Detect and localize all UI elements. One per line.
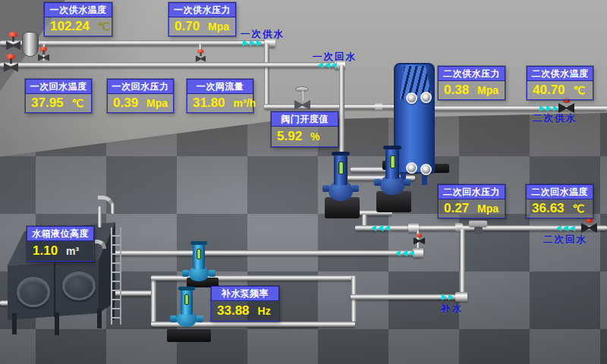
tank-ladder [111,228,121,325]
instrument-secondary-supply-temp: 二次供水温度 40.70℃ [527,66,593,100]
instrument-secondary-return-temp: 二次回水温度 36.63℃ [526,184,593,218]
instrument-label: 二次供水压力 [438,66,505,81]
instrument-primary-return-pressure: 一次回水压力 0.39Mpa [107,79,174,113]
instrument-value: 33.88Hz [211,301,279,322]
makeup-pump-2[interactable] [171,288,202,335]
instrument-value: 5.92% [271,127,338,147]
bypass-valve[interactable] [38,47,50,61]
instrument-value: 102.24℃ [44,17,112,36]
instrument-value: 0.27Mpa [438,199,505,218]
pipe-tank-outlet [106,250,419,256]
strainer-filter [22,32,39,57]
instrument-label: 一次网流量 [187,79,253,94]
instrument-makeup-pump-frequency: 补水泵频率 33.88Hz [211,286,279,322]
makeup-pump-1[interactable] [184,243,214,290]
shutoff-valve-primary-supply[interactable] [6,33,21,51]
flow-arrows-makeup [442,294,454,300]
pipe-label-secondary-supply: 二次供水 [533,112,577,125]
instrument-secondary-supply-pressure: 二次供水压力 0.38Mpa [438,66,505,100]
valve-secondary-return[interactable] [581,218,598,234]
pipe-flange [455,292,467,302]
pipe-label-primary-return: 一次回水 [313,51,357,64]
instrument-valve-opening: 阀门开度值 5.92% [271,111,338,147]
instrument-primary-network-flow: 一次网流量 31.80m³/h [187,79,253,113]
instrument-label: 二次回水温度 [526,184,593,199]
circulation-pump-1[interactable] [323,153,360,221]
instrument-value: 36.63℃ [526,199,593,218]
flow-arrows-secondary-return-2 [371,225,390,231]
instrument-value: 31.80m³/h [187,94,253,113]
instrument-label: 一次供水压力 [168,2,236,17]
pipe-union [375,102,382,111]
instrument-primary-supply-pressure: 一次供水压力 0.70Mpa [168,2,236,36]
instrument-label: 二次回水压力 [438,184,505,199]
instrument-value: 1.10m³ [27,241,94,262]
instrument-label: 阀门开度值 [271,111,338,127]
flow-arrows-tank-line [395,250,414,256]
instrument-primary-return-temp: 一次回水温度 37.95℃ [25,79,92,113]
instrument-value: 0.39Mpa [107,94,174,113]
tank-inlet-stub [98,206,102,228]
drain-valve[interactable] [196,50,206,63]
instrument-label: 一次回水温度 [25,79,92,94]
inline-fitting [469,221,487,228]
valve-tee-drop[interactable] [414,234,426,246]
flow-arrows-secondary-return [556,225,575,231]
pipe-primary-supply [0,40,272,46]
instrument-label: 补水泵频率 [211,286,279,301]
pipe-primary-return [0,62,340,67]
pipe-label-secondary-return: 二次回水 [543,234,587,246]
hx-port-secondary-out [420,92,432,103]
hx-port-primary-in [406,93,417,104]
pipe-label-primary-supply: 一次供水 [241,28,285,41]
tank-manhole [62,271,96,300]
instrument-tank-level: 水箱液位高度 1.10m³ [27,226,94,262]
pipe-pump-manifold-left [151,276,156,325]
instrument-label: 一次回水压力 [107,79,174,94]
control-valve-primary[interactable] [294,86,312,111]
instrument-value: 37.95℃ [25,94,92,113]
pipe-makeup-riser [460,229,465,296]
pipe-secondary-supply [429,105,607,111]
pipe-flange [413,248,423,258]
shutoff-valve-primary-return[interactable] [4,55,19,73]
instrument-value: 0.70Mpa [168,17,236,36]
instrument-value: 40.70℃ [527,81,593,100]
instrument-label: 水箱液位高度 [27,226,94,241]
circulation-pump-2[interactable] [375,149,411,217]
instrument-secondary-return-pressure: 二次回水压力 0.27Mpa [438,184,505,218]
instrument-label: 二次供水温度 [527,66,593,81]
instrument-value: 0.38Mpa [438,81,505,100]
hmi-heat-exchange-station: 一次供水 一次回水 二次供水 二次回水 补水 一次供水温度 102.24℃ 一次… [0,0,607,364]
instrument-label: 一次供水温度 [44,2,112,17]
instrument-primary-supply-temp: 一次供水温度 102.24℃ [44,2,112,36]
flow-arrows-secondary-supply [539,105,558,111]
pipe-primary-supply-drop [264,43,269,107]
pipe-label-makeup-water: 补水 [441,303,463,315]
tank-manhole [17,277,50,307]
gooseneck-drop [111,203,115,214]
hx-port-secondary-in [420,164,432,175]
flow-arrows-primary-supply [243,40,262,46]
